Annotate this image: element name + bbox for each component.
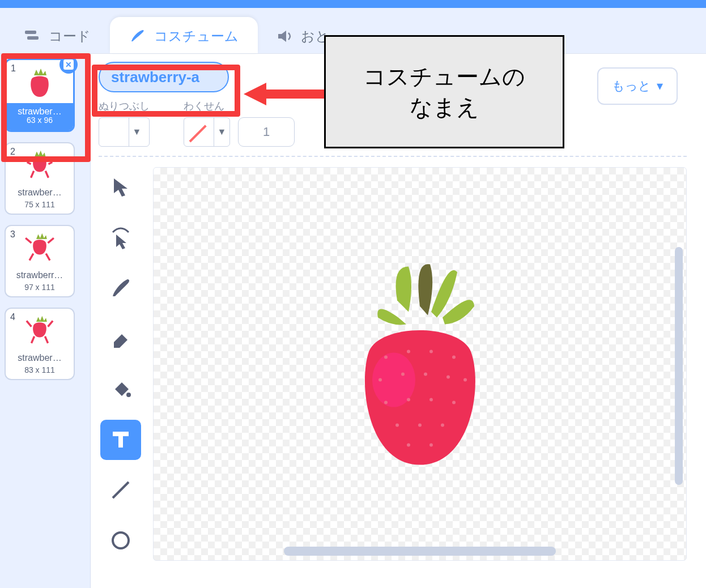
tab-code-label: コード [49, 27, 91, 45]
svg-rect-1 [27, 36, 39, 40]
svg-rect-0 [25, 31, 36, 34]
canvas[interactable] [153, 167, 687, 561]
sprite-preview [335, 261, 505, 476]
thumb-name: strawber… [8, 188, 71, 198]
costume-name-input[interactable] [99, 62, 229, 92]
text-tool[interactable] [100, 420, 141, 460]
thumb-dim: 97 x 111 [8, 283, 71, 292]
callout-text: コスチュームの なまえ [363, 61, 525, 122]
thumb-number: 1 [11, 63, 16, 74]
svg-point-14 [463, 378, 467, 381]
brush-tool[interactable] [100, 268, 141, 308]
svg-point-13 [446, 375, 450, 378]
code-icon [25, 29, 41, 43]
thumb-name: strawber… [8, 353, 71, 363]
svg-point-2 [126, 393, 131, 397]
outline-width-input[interactable]: 1 [238, 117, 295, 147]
svg-point-20 [418, 423, 422, 427]
thumb-dim: 75 x 111 [8, 200, 71, 209]
eraser-tool[interactable] [100, 318, 141, 359]
thumb-number: 4 [10, 312, 15, 322]
outline-width-value: 1 [263, 125, 270, 139]
thumb-dim: 83 x 111 [8, 365, 71, 374]
horizontal-scrollbar[interactable] [284, 547, 556, 556]
reshape-tool[interactable] [100, 218, 141, 258]
svg-point-12 [424, 372, 427, 376]
costume-thumb-2[interactable]: 2 strawber… 75 x 111 [5, 142, 75, 215]
svg-point-19 [395, 423, 399, 427]
select-tool[interactable] [100, 167, 141, 207]
svg-point-4 [113, 532, 129, 548]
costume-thumb-4[interactable]: 4 strawber… 83 x 111 [5, 308, 75, 380]
tab-costumes-label: コスチューム [154, 27, 239, 45]
costume-thumb-1[interactable]: 1 ✕ strawber… 63 x 96 [5, 58, 75, 132]
svg-point-18 [452, 400, 456, 404]
vertical-scrollbar[interactable] [675, 247, 683, 485]
svg-point-17 [429, 398, 433, 401]
tool-palette [99, 167, 143, 561]
svg-point-8 [429, 350, 433, 353]
svg-point-10 [378, 378, 382, 381]
svg-point-9 [452, 355, 456, 359]
thumb-preview [8, 229, 71, 269]
brush-icon [129, 29, 146, 44]
outline-label: わくせん [184, 99, 295, 113]
svg-point-21 [441, 423, 444, 427]
outline-swatch [184, 118, 214, 146]
chevron-down-icon: ▼ [214, 118, 229, 146]
thumb-number: 2 [10, 147, 15, 157]
thumb-preview [8, 147, 71, 186]
thumb-name: strawberr… [8, 270, 71, 280]
fill-tool[interactable] [100, 369, 141, 410]
chevron-down-icon: ▾ [657, 79, 663, 93]
fill-swatch [99, 118, 129, 146]
top-bar [0, 0, 706, 8]
tab-costumes[interactable]: コスチューム [110, 17, 258, 53]
delete-costume-button[interactable]: ✕ [59, 56, 78, 74]
svg-line-3 [113, 482, 129, 498]
chevron-down-icon: ▼ [129, 118, 144, 146]
more-button[interactable]: もっと ▾ [597, 67, 678, 105]
line-tool[interactable] [100, 470, 141, 510]
svg-point-22 [407, 443, 410, 446]
svg-point-15 [384, 400, 388, 404]
annotation-callout: コスチュームの なまえ [324, 35, 564, 148]
svg-point-7 [407, 350, 410, 353]
more-label: もっと [612, 78, 651, 95]
costume-list: 1 ✕ strawber… 63 x 96 2 strawber… 75 x 1… [0, 54, 91, 588]
svg-point-6 [384, 355, 388, 359]
svg-point-11 [401, 372, 405, 376]
fill-color-picker[interactable]: ▼ [99, 117, 150, 147]
tab-code[interactable]: コード [6, 17, 110, 53]
sound-icon [277, 29, 293, 43]
costume-thumb-3[interactable]: 3 strawberr… 97 x 111 [5, 225, 75, 297]
fill-label: ぬりつぶし [99, 99, 150, 113]
thumb-preview [8, 312, 71, 352]
thumb-number: 3 [10, 229, 15, 240]
circle-tool[interactable] [100, 521, 141, 561]
outline-color-picker[interactable]: ▼ [184, 117, 230, 147]
close-icon: ✕ [63, 59, 74, 70]
svg-point-23 [429, 443, 433, 446]
svg-point-16 [407, 398, 410, 401]
